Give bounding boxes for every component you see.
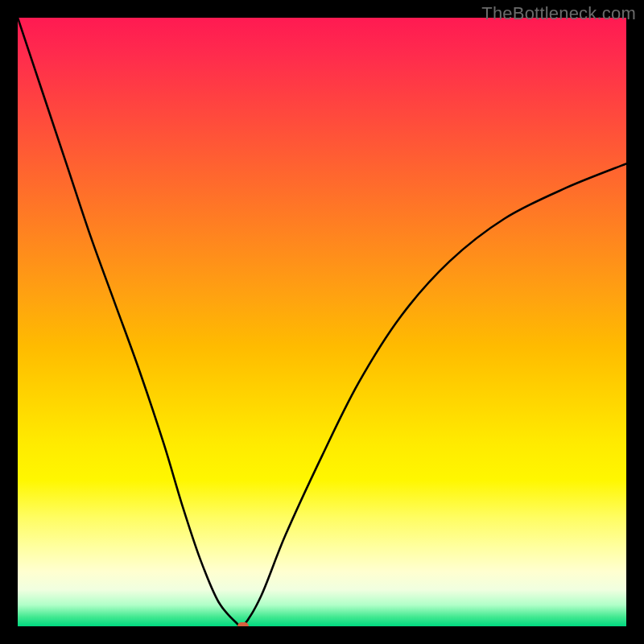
bottleneck-curve <box>18 18 626 626</box>
plot-area <box>18 18 626 626</box>
optimal-marker <box>237 622 249 626</box>
watermark-text: TheBottleneck.com <box>481 3 636 24</box>
curve-path <box>18 18 626 626</box>
chart-frame: TheBottleneck.com <box>0 0 644 644</box>
